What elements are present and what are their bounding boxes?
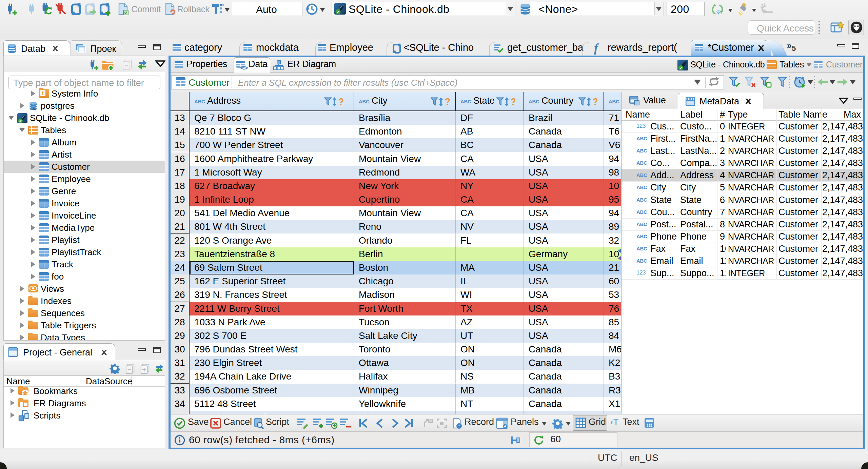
svg-text:?: ? bbox=[592, 97, 597, 106]
svg-text:?: ? bbox=[338, 97, 343, 106]
svg-text:?: ? bbox=[510, 97, 515, 106]
svg-text:?: ? bbox=[445, 97, 450, 106]
